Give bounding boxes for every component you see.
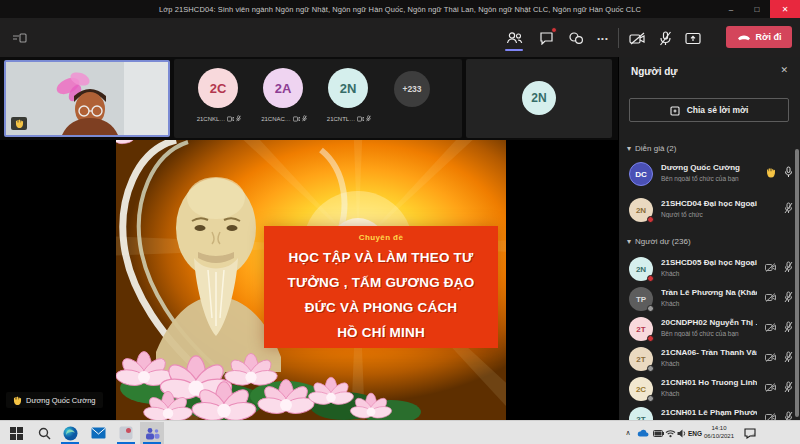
slide-title-line: HỒ CHÍ MINH	[264, 320, 498, 345]
windows-taskbar: ∧ ENG 14:10 06/10/2021	[0, 420, 800, 444]
onedrive-icon[interactable]	[636, 422, 650, 444]
taskbar-clock[interactable]: 14:10 06/10/2021	[701, 424, 737, 440]
camera-off-icon	[765, 263, 776, 272]
edge-taskbar-button[interactable]	[58, 422, 82, 444]
share-invite-icon	[670, 105, 681, 116]
camera-off-icon[interactable]	[628, 29, 646, 47]
avatar: 2C	[629, 377, 653, 401]
slide-title-line: HỌC TẬP VÀ LÀM THEO TƯ	[264, 245, 498, 270]
maximize-button[interactable]: □	[744, 0, 770, 18]
more-options-icon[interactable]: •••	[594, 29, 612, 47]
teams-taskbar-button[interactable]	[140, 422, 164, 444]
clock-time: 14:10	[701, 424, 737, 432]
camera-off-icon	[765, 413, 776, 421]
slide-title-line: TƯỞNG , TẤM GƯƠNG ĐẠO	[264, 270, 498, 295]
avatar[interactable]: 2C	[198, 68, 238, 108]
presence-away-dot	[647, 305, 654, 312]
participant-row[interactable]: 2N 21SHCD05 Đại học Ngoại… Khách	[625, 253, 797, 285]
battery-icon[interactable]	[652, 422, 664, 444]
tile-label: 21CNAC…	[251, 115, 317, 122]
action-center-icon[interactable]	[742, 422, 758, 444]
slide-title-banner: Chuyên đề HỌC TẬP VÀ LÀM THEO TƯ TƯỞNG ,…	[264, 226, 498, 348]
avatar[interactable]: 2A	[263, 68, 303, 108]
chevron-down-icon: ▾	[627, 237, 631, 246]
raised-hand-icon	[15, 119, 24, 128]
chat-notification-dot	[551, 27, 557, 33]
close-button[interactable]: ✕	[770, 0, 800, 18]
mic-on-icon[interactable]	[784, 166, 793, 178]
slide-kicker: Chuyên đề	[264, 233, 498, 242]
panel-close-icon[interactable]: ✕	[780, 65, 788, 75]
tile-label: 21CNTL…	[316, 115, 382, 122]
section-attendees[interactable]: ▾ Người dự (236)	[627, 237, 691, 246]
camera-off-icon	[765, 383, 776, 392]
presence-busy-dot	[647, 216, 654, 223]
mic-off-icon[interactable]	[784, 321, 793, 333]
mic-off-icon[interactable]	[784, 351, 793, 363]
start-button[interactable]	[4, 422, 28, 444]
presentation-stage: Chuyên đề HỌC TẬP VÀ LÀM THEO TƯ TƯỞNG ,…	[0, 140, 618, 420]
search-button[interactable]	[32, 422, 56, 444]
participant-row[interactable]: 2T 20CNDPH02 Nguyễn Thị … Bên ngoài tổ c…	[625, 313, 797, 345]
mic-off-icon[interactable]	[784, 411, 793, 420]
edge-icon	[63, 426, 78, 441]
camera-off-icon	[227, 116, 234, 122]
webcam-tile[interactable]	[4, 60, 170, 137]
mic-off-icon[interactable]	[656, 29, 674, 47]
ho-chi-minh-portrait	[156, 177, 281, 372]
section-presenters[interactable]: ▾ Diễn giả (2)	[627, 144, 676, 153]
participant-row[interactable]: 2C 21CNH01 Ho Truong Linh… Khách	[625, 373, 797, 405]
search-icon	[38, 427, 51, 440]
wifi-icon[interactable]	[664, 422, 676, 444]
reactions-icon[interactable]	[567, 29, 585, 47]
mic-off-icon[interactable]	[784, 202, 793, 214]
raised-hand-icon	[13, 396, 22, 405]
participant-row[interactable]: TP Trần Lê Phương Na (Khách) Khách	[625, 283, 797, 315]
participant-row[interactable]: 2N 21SHCD04 Đại học Ngoại ng… Người tổ c…	[625, 194, 797, 226]
app-taskbar-button[interactable]	[114, 422, 138, 444]
overflow-participants-badge[interactable]: +233	[394, 71, 430, 107]
avatar: 2T	[629, 347, 653, 371]
sidebar-scrollbar[interactable]	[795, 149, 799, 417]
leave-button[interactable]: Rời đi	[726, 26, 792, 48]
participant-row[interactable]: DC Dương Quốc Cường Bên ngoài tổ chức củ…	[625, 158, 797, 190]
presence-away-dot	[647, 395, 654, 402]
raised-hand-icon	[766, 167, 776, 178]
participants-tile-group: 2C 21CNKL… 2A 21CNAC… 2N 21CNTL… +233	[174, 59, 462, 138]
share-screen-icon[interactable]	[684, 29, 702, 47]
language-indicator[interactable]: ENG	[688, 422, 702, 444]
popout-icon[interactable]	[10, 29, 28, 47]
avatar: 2N	[629, 198, 653, 222]
participant-tile-solo[interactable]: 2N	[466, 59, 612, 138]
mic-off-icon[interactable]	[784, 381, 793, 393]
mic-off-icon[interactable]	[784, 261, 793, 273]
mic-off-icon	[302, 115, 307, 122]
tray-chevron-icon[interactable]: ∧	[622, 422, 634, 444]
teams-icon	[145, 427, 160, 440]
mic-off-icon[interactable]	[784, 291, 793, 303]
avatar: 2N	[522, 81, 556, 115]
webcam-video	[6, 62, 168, 135]
mail-taskbar-button[interactable]	[86, 422, 110, 444]
participant-row[interactable]: 2T 21CNA06- Trần Thanh Vân… Khách	[625, 343, 797, 375]
speaker-icon[interactable]	[676, 422, 688, 444]
presence-busy-dot	[647, 335, 654, 342]
participants-icon[interactable]	[505, 29, 523, 47]
avatar: 2T	[629, 317, 653, 341]
meeting-toolbar: ••• Rời đi	[0, 18, 800, 57]
mic-off-icon	[236, 115, 241, 122]
hang-up-icon	[737, 33, 751, 41]
minimize-button[interactable]: –	[718, 0, 744, 18]
avatar[interactable]: 2N	[328, 68, 368, 108]
presenter-name-badge: Dương Quốc Cường	[6, 392, 103, 408]
camera-off-icon	[765, 323, 776, 332]
clock-date: 06/10/2021	[701, 432, 737, 440]
chevron-down-icon: ▾	[627, 144, 631, 153]
participants-active-underline	[505, 49, 523, 51]
leave-button-label: Rời đi	[756, 32, 782, 42]
share-invite-button[interactable]: Chia sẻ lời mời	[629, 98, 789, 122]
toolbar-divider	[618, 28, 619, 48]
slide-title-line: ĐỨC VÀ PHONG CÁCH	[264, 295, 498, 320]
participant-row[interactable]: 2T 21CNH01 Lê Phạm Phước… Bên ngoài tổ c…	[625, 403, 797, 420]
chat-icon[interactable]	[537, 29, 555, 47]
